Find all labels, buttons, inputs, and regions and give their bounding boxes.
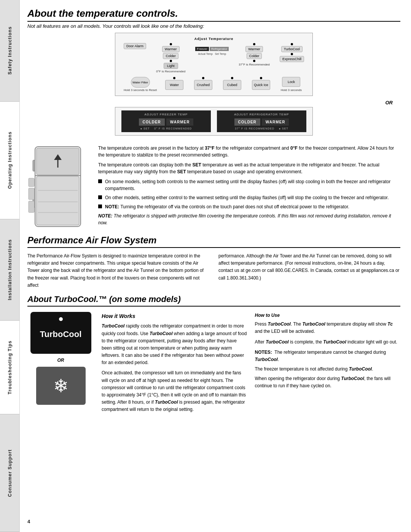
- cp-colder-ref-btn[interactable]: COLDER: [234, 118, 260, 126]
- lock-btn[interactable]: Lock: [282, 77, 300, 87]
- performance-title: Performance Air Flow System: [27, 235, 400, 248]
- fridge-diagram: [27, 145, 88, 228]
- dot-warmer-left: [170, 43, 172, 45]
- water-group: Water: [165, 77, 183, 90]
- adjust-temp-label: Adjust Temperature: [121, 37, 306, 41]
- temp-controls-subtitle: Not all features are on all models. Your…: [27, 23, 400, 29]
- svg-rect-11: [29, 178, 34, 187]
- sidebar-label-operating: Operating Instructions: [7, 131, 13, 189]
- sidebar-troubleshooting: Troubleshooting Tips: [0, 321, 19, 414]
- turbocool-btn[interactable]: TurboCool: [281, 46, 303, 52]
- performance-content: The Performance Air-Flow System is desig…: [27, 252, 400, 289]
- turbocool-snowflake-box: ❄: [36, 367, 86, 405]
- bullet-square-2: [98, 195, 102, 199]
- snowflake-icon: ❄: [53, 375, 68, 396]
- dot-water: [173, 77, 175, 79]
- temp-bullet-3: NOTE: Turning the refrigerator off via t…: [98, 203, 400, 210]
- warmer-colder-left: Warmer Colder Light 0°F is Recommended: [156, 43, 185, 73]
- dot-warmer-right: [253, 43, 255, 45]
- cp-alt-ref: ADJUST REFRIGERATOR TEMP COLDER WARMER 3…: [217, 110, 306, 132]
- quick-ice-btn[interactable]: Quick Ice: [252, 80, 270, 90]
- page-number: 4: [27, 519, 30, 524]
- dot-expresschill: [291, 53, 293, 55]
- colder-right-btn[interactable]: Colder: [247, 53, 262, 59]
- light-btn[interactable]: Light: [164, 63, 178, 69]
- sidebar: Safety Instructions Operating Instructio…: [0, 0, 20, 532]
- turbocool-how-to-use-label: How to Use: [255, 312, 401, 319]
- cp-set-label: ● SET: [140, 127, 150, 130]
- temp-controls-title: About the temperature controls.: [27, 8, 400, 22]
- sidebar-label-installation: Installation Instructions: [7, 239, 13, 300]
- sidebar-safety: Safety Instructions: [0, 0, 19, 102]
- temp-bullet-1: On some models, setting both controls to…: [98, 178, 400, 192]
- dot-cubed: [231, 77, 233, 79]
- sidebar-label-safety: Safety Instructions: [7, 26, 13, 75]
- door-alarm-btn[interactable]: Door Alarm: [124, 43, 146, 49]
- cubed-btn[interactable]: Cubed: [223, 80, 241, 90]
- water-btn[interactable]: Water: [165, 80, 183, 90]
- turbocool-expresschill-group: TurboCool ExpressChill: [280, 43, 304, 62]
- dot-colder-left: [170, 60, 172, 62]
- sidebar-operating: Operating Instructions: [0, 102, 19, 219]
- dot-turbocool: [291, 43, 293, 45]
- svg-rect-13: [29, 201, 34, 212]
- fridge-image-area: [27, 145, 92, 230]
- freezer-ref-labels: Freezer Refrigerator: [195, 47, 229, 51]
- actual-set-temp-label: Actual Temp Set Temp: [198, 53, 226, 55]
- cubed-group: Cubed: [223, 77, 241, 90]
- quick-ice-group: Quick Ice: [252, 77, 270, 90]
- sidebar-label-troubleshooting: Troubleshooting Tips: [7, 340, 13, 395]
- expresschill-btn[interactable]: ExpressChill: [280, 56, 304, 62]
- cp-zero-rec-label: 0° F IS RECOMMENDED: [154, 127, 192, 130]
- turbocool-left: TurboCool OR ❄: [27, 312, 94, 414]
- cp-alt-freezer-buttons: COLDER WARMER: [139, 118, 194, 126]
- cp-alt-freezer: ADJUST FREEZER TEMP COLDER WARMER ● SET …: [121, 110, 211, 132]
- turbocool-content: TurboCool OR ❄ How it Works TurboCool ra…: [27, 312, 400, 414]
- crushed-btn[interactable]: Crushed: [194, 80, 212, 90]
- warmer-colder-right: Warmer Colder 37°F is Recommended: [239, 43, 269, 66]
- temp-para-2: The temperature controls can display bot…: [98, 161, 400, 175]
- turbocool-or-label: OR: [57, 358, 64, 363]
- colder-left-btn[interactable]: Colder: [163, 53, 178, 59]
- sidebar-consumer: Consumer Support: [0, 414, 19, 532]
- temp-note: NOTE: The refrigerator is shipped with p…: [98, 212, 400, 226]
- hold-3s-label: Hold 3 seconds: [281, 88, 302, 92]
- temp-text-content: The temperature controls are preset in t…: [98, 145, 400, 230]
- actual-temp: Actual Temp: [198, 53, 212, 55]
- set-temp: Set Temp: [215, 53, 226, 55]
- svg-rect-3: [33, 160, 35, 171]
- bullet-square-3: [98, 204, 102, 208]
- water-filter-btn[interactable]: Water Filter: [131, 77, 150, 88]
- turbocool-logo-box: TurboCool: [30, 312, 91, 354]
- cp-alt-freezer-title: ADJUST FREEZER TEMP: [145, 113, 188, 116]
- cp-warmer-ref-btn[interactable]: WARMER: [262, 118, 289, 126]
- sidebar-label-consumer: Consumer Support: [7, 449, 13, 497]
- control-panel-area: Adjust Temperature Door Alarm Warmer Col…: [27, 33, 400, 139]
- cp-alt-ref-title: ADJUST REFRIGERATOR TEMP: [234, 113, 289, 116]
- cp-alt-ref-buttons: COLDER WARMER: [234, 118, 289, 126]
- svg-rect-2: [37, 176, 79, 225]
- turbocool-title: About TurboCool.™ (on some models): [27, 294, 400, 307]
- cp-warmer-freezer-btn[interactable]: WARMER: [166, 118, 194, 126]
- cp-alt-ref-sub: 37° F IS RECOMMENDED ● SET: [235, 127, 288, 130]
- cp-set-label-2: ● SET: [279, 127, 288, 130]
- turbocool-main-text: How it Works TurboCool rapidly cools the…: [102, 312, 247, 414]
- temp-para-1: The temperature controls are preset in t…: [98, 145, 400, 158]
- control-panel-top-row: Door Alarm Warmer Colder Light 0°F is Re…: [121, 43, 306, 73]
- turbocool-logo-dot: [59, 317, 63, 321]
- page-number-area: 4: [27, 513, 400, 524]
- main-content: About the temperature controls. Not all …: [20, 0, 411, 532]
- dot-quick-ice: [260, 77, 262, 79]
- crushed-group: Crushed: [194, 77, 212, 90]
- warmer-right-btn[interactable]: Warmer: [245, 46, 263, 52]
- dot-crushed: [202, 77, 204, 79]
- warmer-left-btn[interactable]: Warmer: [162, 46, 180, 52]
- temp-controls-content: The temperature controls are preset in t…: [27, 145, 400, 230]
- temp-bullet-2: On other models, setting either control …: [98, 194, 400, 201]
- lock-group: Lock Hold 3 seconds: [281, 77, 302, 92]
- control-panel-1: Adjust Temperature Door Alarm Warmer Col…: [115, 33, 313, 96]
- bullet-square-1: [98, 179, 102, 183]
- dot-colder-right: [253, 60, 255, 62]
- performance-col-2: performance. Although the Air Tower and …: [218, 252, 400, 289]
- cp-colder-freezer-btn[interactable]: COLDER: [139, 118, 165, 126]
